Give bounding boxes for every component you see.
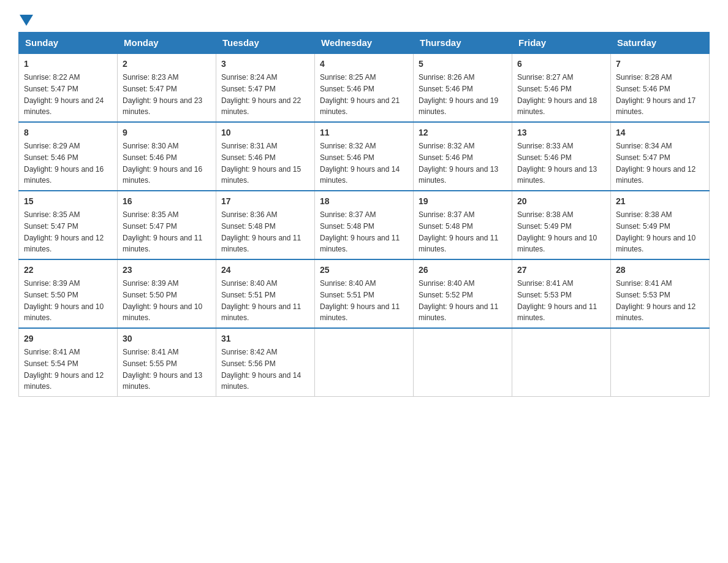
header-saturday: Saturday <box>611 33 710 54</box>
calendar-day-cell <box>512 328 611 397</box>
calendar-day-cell: 20Sunrise: 8:38 AMSunset: 5:49 PMDayligh… <box>512 191 611 259</box>
day-number: 24 <box>221 264 309 277</box>
day-number: 2 <box>123 58 211 71</box>
calendar-day-cell: 6Sunrise: 8:27 AMSunset: 5:46 PMDaylight… <box>512 53 611 122</box>
day-number: 1 <box>24 58 112 71</box>
calendar-table: Sunday Monday Tuesday Wednesday Thursday… <box>18 32 710 397</box>
header-wednesday: Wednesday <box>315 33 414 54</box>
day-info: Sunrise: 8:32 AMSunset: 5:46 PMDaylight:… <box>419 142 498 185</box>
calendar-header-row: Sunday Monday Tuesday Wednesday Thursday… <box>19 33 710 54</box>
day-info: Sunrise: 8:35 AMSunset: 5:47 PMDaylight:… <box>24 210 104 253</box>
day-info: Sunrise: 8:36 AMSunset: 5:48 PMDaylight:… <box>221 210 301 253</box>
calendar-day-cell: 22Sunrise: 8:39 AMSunset: 5:50 PMDayligh… <box>19 259 118 328</box>
day-number: 26 <box>419 264 507 277</box>
calendar-day-cell: 15Sunrise: 8:35 AMSunset: 5:47 PMDayligh… <box>19 191 118 259</box>
calendar-day-cell: 16Sunrise: 8:35 AMSunset: 5:47 PMDayligh… <box>118 191 216 259</box>
day-info: Sunrise: 8:37 AMSunset: 5:48 PMDaylight:… <box>419 210 498 253</box>
calendar-day-cell: 17Sunrise: 8:36 AMSunset: 5:48 PMDayligh… <box>216 191 315 259</box>
day-info: Sunrise: 8:25 AMSunset: 5:46 PMDaylight:… <box>320 73 400 116</box>
day-number: 9 <box>123 126 211 139</box>
day-number: 10 <box>221 126 309 139</box>
calendar-day-cell: 13Sunrise: 8:33 AMSunset: 5:46 PMDayligh… <box>512 122 611 191</box>
day-info: Sunrise: 8:41 AMSunset: 5:53 PMDaylight:… <box>517 279 597 322</box>
day-number: 25 <box>320 264 408 277</box>
calendar-day-cell: 21Sunrise: 8:38 AMSunset: 5:49 PMDayligh… <box>611 191 710 259</box>
calendar-day-cell: 25Sunrise: 8:40 AMSunset: 5:51 PMDayligh… <box>315 259 414 328</box>
calendar-week-row: 15Sunrise: 8:35 AMSunset: 5:47 PMDayligh… <box>19 191 710 259</box>
day-number: 21 <box>616 195 704 208</box>
day-number: 15 <box>24 195 112 208</box>
day-info: Sunrise: 8:40 AMSunset: 5:51 PMDaylight:… <box>221 279 301 322</box>
calendar-day-cell <box>414 328 512 397</box>
calendar-day-cell: 10Sunrise: 8:31 AMSunset: 5:46 PMDayligh… <box>216 122 315 191</box>
day-number: 11 <box>320 126 408 139</box>
day-number: 22 <box>24 264 112 277</box>
day-number: 7 <box>616 58 704 71</box>
day-info: Sunrise: 8:34 AMSunset: 5:47 PMDaylight:… <box>616 142 696 185</box>
day-number: 14 <box>616 126 704 139</box>
calendar-day-cell: 27Sunrise: 8:41 AMSunset: 5:53 PMDayligh… <box>512 259 611 328</box>
day-info: Sunrise: 8:40 AMSunset: 5:51 PMDaylight:… <box>320 279 400 322</box>
day-number: 3 <box>221 58 309 71</box>
day-number: 27 <box>517 264 605 277</box>
header-tuesday: Tuesday <box>216 33 315 54</box>
calendar-day-cell: 18Sunrise: 8:37 AMSunset: 5:48 PMDayligh… <box>315 191 414 259</box>
calendar-week-row: 1Sunrise: 8:22 AMSunset: 5:47 PMDaylight… <box>19 53 710 122</box>
calendar-day-cell <box>315 328 414 397</box>
day-number: 23 <box>123 264 211 277</box>
calendar-day-cell: 14Sunrise: 8:34 AMSunset: 5:47 PMDayligh… <box>611 122 710 191</box>
day-number: 17 <box>221 195 309 208</box>
header-monday: Monday <box>118 33 216 54</box>
day-info: Sunrise: 8:42 AMSunset: 5:56 PMDaylight:… <box>221 348 301 391</box>
calendar-day-cell: 31Sunrise: 8:42 AMSunset: 5:56 PMDayligh… <box>216 328 315 397</box>
day-number: 12 <box>419 126 507 139</box>
calendar-day-cell: 9Sunrise: 8:30 AMSunset: 5:46 PMDaylight… <box>118 122 216 191</box>
header-friday: Friday <box>512 33 611 54</box>
calendar-day-cell: 2Sunrise: 8:23 AMSunset: 5:47 PMDaylight… <box>118 53 216 122</box>
day-info: Sunrise: 8:26 AMSunset: 5:46 PMDaylight:… <box>419 73 498 116</box>
logo <box>18 12 33 26</box>
day-info: Sunrise: 8:41 AMSunset: 5:54 PMDaylight:… <box>24 348 104 391</box>
day-info: Sunrise: 8:29 AMSunset: 5:46 PMDaylight:… <box>24 142 104 185</box>
header-thursday: Thursday <box>414 33 512 54</box>
day-number: 28 <box>616 264 704 277</box>
day-info: Sunrise: 8:37 AMSunset: 5:48 PMDaylight:… <box>320 210 400 253</box>
day-number: 19 <box>419 195 507 208</box>
day-info: Sunrise: 8:38 AMSunset: 5:49 PMDaylight:… <box>616 210 696 253</box>
day-number: 16 <box>123 195 211 208</box>
logo-triangle-icon <box>20 15 33 26</box>
day-info: Sunrise: 8:35 AMSunset: 5:47 PMDaylight:… <box>123 210 202 253</box>
day-number: 4 <box>320 58 408 71</box>
day-info: Sunrise: 8:33 AMSunset: 5:46 PMDaylight:… <box>517 142 597 185</box>
day-info: Sunrise: 8:39 AMSunset: 5:50 PMDaylight:… <box>123 279 202 322</box>
calendar-day-cell: 1Sunrise: 8:22 AMSunset: 5:47 PMDaylight… <box>19 53 118 122</box>
day-info: Sunrise: 8:41 AMSunset: 5:55 PMDaylight:… <box>123 348 202 391</box>
calendar-day-cell: 8Sunrise: 8:29 AMSunset: 5:46 PMDaylight… <box>19 122 118 191</box>
calendar-day-cell: 5Sunrise: 8:26 AMSunset: 5:46 PMDaylight… <box>414 53 512 122</box>
header <box>18 12 710 26</box>
day-info: Sunrise: 8:41 AMSunset: 5:53 PMDaylight:… <box>616 279 696 322</box>
day-info: Sunrise: 8:32 AMSunset: 5:46 PMDaylight:… <box>320 142 400 185</box>
day-info: Sunrise: 8:23 AMSunset: 5:47 PMDaylight:… <box>123 73 202 116</box>
day-info: Sunrise: 8:24 AMSunset: 5:47 PMDaylight:… <box>221 73 301 116</box>
calendar-week-row: 29Sunrise: 8:41 AMSunset: 5:54 PMDayligh… <box>19 328 710 397</box>
calendar-day-cell: 26Sunrise: 8:40 AMSunset: 5:52 PMDayligh… <box>414 259 512 328</box>
day-number: 8 <box>24 126 112 139</box>
day-info: Sunrise: 8:38 AMSunset: 5:49 PMDaylight:… <box>517 210 597 253</box>
calendar-day-cell: 11Sunrise: 8:32 AMSunset: 5:46 PMDayligh… <box>315 122 414 191</box>
day-info: Sunrise: 8:22 AMSunset: 5:47 PMDaylight:… <box>24 73 104 116</box>
day-number: 18 <box>320 195 408 208</box>
calendar-day-cell: 19Sunrise: 8:37 AMSunset: 5:48 PMDayligh… <box>414 191 512 259</box>
calendar-day-cell <box>611 328 710 397</box>
day-info: Sunrise: 8:28 AMSunset: 5:46 PMDaylight:… <box>616 73 696 116</box>
day-info: Sunrise: 8:27 AMSunset: 5:46 PMDaylight:… <box>517 73 597 116</box>
calendar-week-row: 22Sunrise: 8:39 AMSunset: 5:50 PMDayligh… <box>19 259 710 328</box>
calendar-day-cell: 7Sunrise: 8:28 AMSunset: 5:46 PMDaylight… <box>611 53 710 122</box>
day-info: Sunrise: 8:39 AMSunset: 5:50 PMDaylight:… <box>24 279 104 322</box>
day-info: Sunrise: 8:40 AMSunset: 5:52 PMDaylight:… <box>419 279 498 322</box>
day-number: 30 <box>123 332 211 345</box>
calendar-day-cell: 23Sunrise: 8:39 AMSunset: 5:50 PMDayligh… <box>118 259 216 328</box>
calendar-day-cell: 29Sunrise: 8:41 AMSunset: 5:54 PMDayligh… <box>19 328 118 397</box>
svg-marker-0 <box>20 15 33 26</box>
header-sunday: Sunday <box>19 33 118 54</box>
